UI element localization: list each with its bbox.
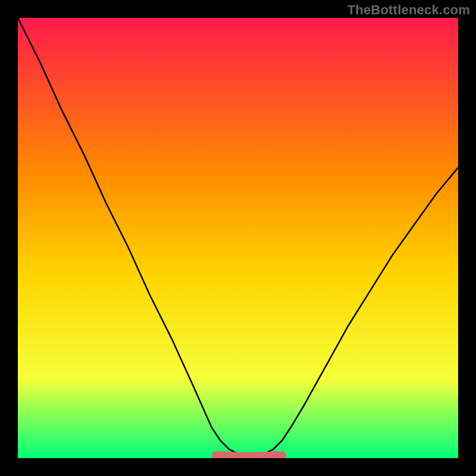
chart-svg — [18, 18, 458, 458]
gradient-background — [18, 18, 458, 458]
chart-frame: TheBottleneck.com — [0, 0, 476, 476]
plot-area — [18, 18, 458, 458]
watermark-label: TheBottleneck.com — [347, 2, 470, 18]
optimal-band-marker — [216, 455, 282, 456]
